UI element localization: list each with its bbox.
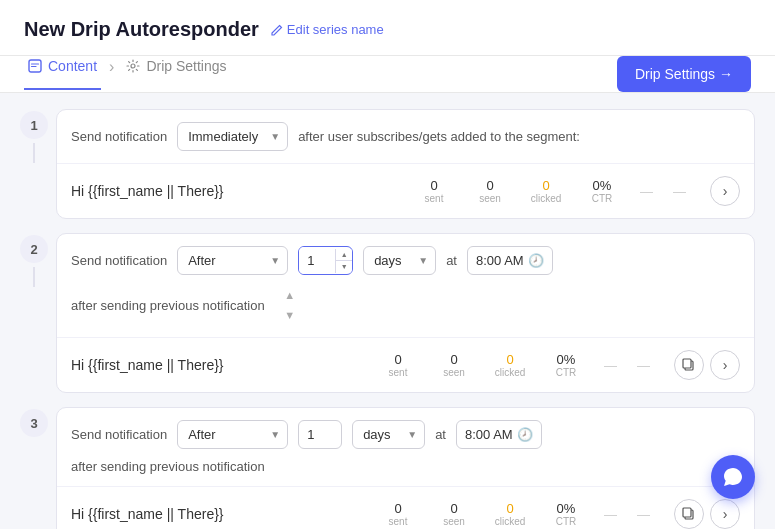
step-2-down-btn[interactable]: ▼ <box>279 305 301 325</box>
step-1: 1 Send notification Immediately After ▼ … <box>20 109 755 219</box>
chat-icon <box>722 466 744 488</box>
step-1-notif-title: Hi {{first_name || There}} <box>71 183 408 199</box>
step-1-after-text: after user subscribes/gets added to the … <box>298 129 580 144</box>
step-3-goto-button[interactable]: › <box>710 499 740 529</box>
step-3-sent-value: 0 <box>394 501 401 516</box>
step-1-number: 1 <box>20 111 48 139</box>
step-1-notification-row: Hi {{first_name || There}} 0 sent 0 seen… <box>57 163 754 218</box>
step-3-notif-actions: › <box>674 499 740 529</box>
step-1-dash-1: — <box>640 184 653 199</box>
step-2-number: 2 <box>20 235 48 263</box>
step-3-dash-2: — <box>637 507 650 522</box>
step-3-send-label: Send notification <box>71 427 167 442</box>
svg-rect-3 <box>683 359 691 368</box>
step-3-clock-icon: 🕗 <box>517 427 533 442</box>
edit-link-label: Edit series name <box>287 22 384 37</box>
copy-icon <box>682 358 696 372</box>
step-1-clicked-label: clicked <box>531 193 562 204</box>
svg-point-1 <box>131 64 135 68</box>
step-3-copy-button[interactable] <box>674 499 704 529</box>
step-2-notif-title: Hi {{first_name || There}} <box>71 357 372 373</box>
step-2-seen-value: 0 <box>450 352 457 367</box>
step-2-goto-button[interactable]: › <box>710 350 740 380</box>
step-2-card: Send notification Immediately After ▼ ▲ … <box>56 233 755 393</box>
step-2-sent-label: sent <box>389 367 408 378</box>
step-2-up-btn[interactable]: ▲ <box>279 285 301 305</box>
step-2-ctr-label: CTR <box>556 367 577 378</box>
step-1-stats: 0 sent 0 seen 0 clicked 0% CTR <box>416 178 686 204</box>
step-3-time-value: 8:00 AM <box>465 427 513 442</box>
step-2-dash-2: — <box>637 358 650 373</box>
step-2-ctr-value: 0% <box>557 352 576 367</box>
step-1-sent-label: sent <box>425 193 444 204</box>
step-3-ctr-label: CTR <box>556 516 577 527</box>
page-title: New Drip Autoresponder <box>24 18 259 41</box>
step-2: 2 Send notification Immediately After ▼ … <box>20 233 755 393</box>
breadcrumb-separator: › <box>109 58 114 76</box>
step-1-notif-actions: › <box>710 176 740 206</box>
step-1-dash-2: — <box>673 184 686 199</box>
step-2-days-input[interactable] <box>299 247 335 274</box>
step-3-number: 3 <box>20 409 48 437</box>
step-2-time-value: 8:00 AM <box>476 253 524 268</box>
step-1-clicked-value: 0 <box>542 178 549 193</box>
step-2-clicked-label: clicked <box>495 367 526 378</box>
step-2-dash-1: — <box>604 358 617 373</box>
step-2-clock-icon: 🕗 <box>528 253 544 268</box>
step-2-time-wrapper[interactable]: 8:00 AM 🕗 <box>467 246 553 275</box>
gear-icon <box>126 59 140 73</box>
svg-rect-5 <box>683 508 691 517</box>
copy-icon-3 <box>682 507 696 521</box>
step-1-ctr-label: CTR <box>592 193 613 204</box>
edit-series-name-link[interactable]: Edit series name <box>271 22 384 37</box>
step-2-notification-row: Hi {{first_name || There}} 0 sent 0 seen… <box>57 337 754 392</box>
step-3-seen-label: seen <box>443 516 465 527</box>
step-1-card: Send notification Immediately After ▼ af… <box>56 109 755 219</box>
step-3-dash-1: — <box>604 507 617 522</box>
content-icon <box>28 59 42 73</box>
step-1-ctr-value: 0% <box>593 178 612 193</box>
breadcrumb-drip-settings[interactable]: Drip Settings <box>122 58 230 90</box>
step-3-clicked-value: 0 <box>506 501 513 516</box>
step-3-stats: 0 sent 0 seen 0 clicked 0% CTR <box>380 501 650 527</box>
breadcrumb-drip-label: Drip Settings <box>146 58 226 74</box>
step-2-timing-select[interactable]: Immediately After <box>177 246 288 275</box>
step-2-notif-actions: › <box>674 350 740 380</box>
step-2-days-select[interactable]: days hours <box>363 246 436 275</box>
step-3-time-wrapper[interactable]: 8:00 AM 🕗 <box>456 420 542 449</box>
step-2-days-input-wrapper: ▲ ▼ <box>298 246 353 275</box>
step-2-stats: 0 sent 0 seen 0 clicked 0% CTR <box>380 352 650 378</box>
step-2-send-label: Send notification <box>71 253 167 268</box>
step-2-at-label: at <box>446 253 457 268</box>
breadcrumb: Content › Drip Settings <box>24 58 231 90</box>
edit-icon <box>271 24 283 36</box>
step-2-increment-btn[interactable]: ▲ <box>336 249 352 261</box>
step-3-card: Send notification Immediately After ▼ da… <box>56 407 755 529</box>
step-2-copy-button[interactable] <box>674 350 704 380</box>
step-3-notification-row: Hi {{first_name || There}} 0 sent 0 seen… <box>57 486 754 529</box>
step-2-controls: ▲ ▼ <box>275 285 305 325</box>
breadcrumb-content[interactable]: Content <box>24 58 101 90</box>
step-1-goto-button[interactable]: › <box>710 176 740 206</box>
step-1-timing-select[interactable]: Immediately After <box>177 122 288 151</box>
step-3-timing-select[interactable]: Immediately After <box>177 420 288 449</box>
step-3-seen-value: 0 <box>450 501 457 516</box>
step-1-sent-value: 0 <box>430 178 437 193</box>
step-2-after-text: after sending previous notification <box>71 298 265 313</box>
step-2-seen-label: seen <box>443 367 465 378</box>
step-3-days-select[interactable]: days hours <box>352 420 425 449</box>
step-3-sent-label: sent <box>389 516 408 527</box>
chat-fab-button[interactable] <box>711 455 755 499</box>
step-3-days-input[interactable] <box>298 420 342 449</box>
step-2-decrement-btn[interactable]: ▼ <box>336 261 352 273</box>
breadcrumb-content-label: Content <box>48 58 97 74</box>
step-3-clicked-label: clicked <box>495 516 526 527</box>
step-1-seen-value: 0 <box>486 178 493 193</box>
step-3: 3 Send notification Immediately After ▼ … <box>20 407 755 529</box>
step-3-after-text: after sending previous notification <box>71 459 265 474</box>
step-1-seen-label: seen <box>479 193 501 204</box>
step-2-sent-value: 0 <box>394 352 401 367</box>
step-3-ctr-value: 0% <box>557 501 576 516</box>
drip-settings-button[interactable]: Drip Settings → <box>617 56 751 92</box>
step-3-notif-title: Hi {{first_name || There}} <box>71 506 372 522</box>
